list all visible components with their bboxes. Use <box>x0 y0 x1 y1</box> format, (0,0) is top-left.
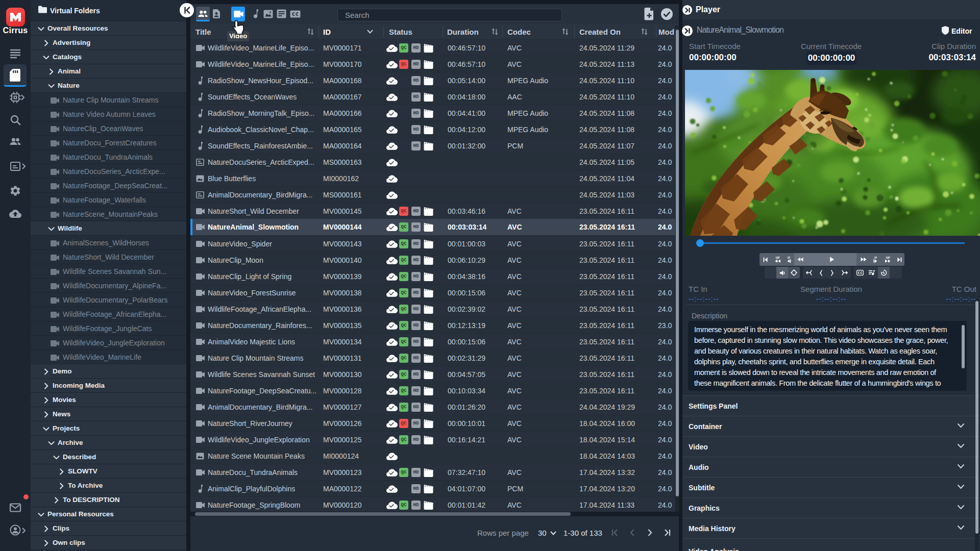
svg-text:1F: 1F <box>874 256 877 259</box>
svg-text:1F: 1F <box>788 256 791 259</box>
svg-text:10F: 10F <box>886 256 890 259</box>
svg-text:10F: 10F <box>775 256 780 259</box>
